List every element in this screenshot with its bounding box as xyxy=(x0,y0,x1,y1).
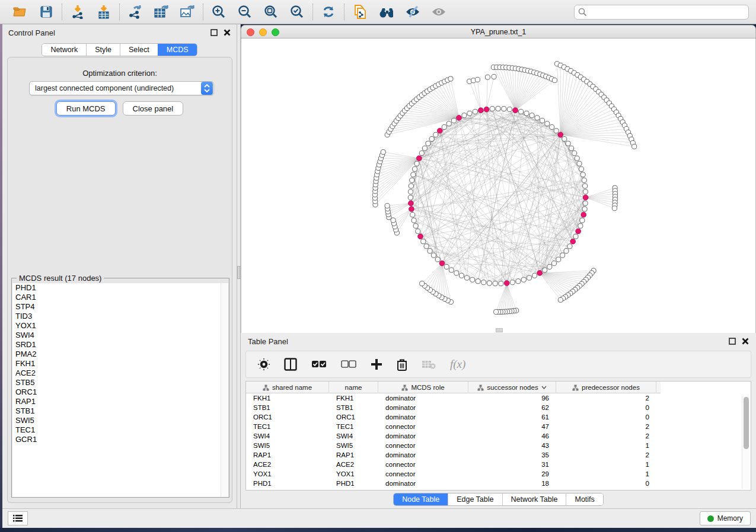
table-row[interactable]: ACE2ACE2connector311 xyxy=(246,460,751,469)
mcds-node-item[interactable]: GCR1 xyxy=(12,435,221,444)
table-row[interactable]: FKH1FKH1dominator962 xyxy=(246,393,751,403)
close-panel-button[interactable]: Close panel xyxy=(123,101,184,116)
table-row[interactable]: TEC1TEC1connector472 xyxy=(246,422,751,431)
task-history-button[interactable] xyxy=(8,511,28,525)
zoom-in-icon[interactable] xyxy=(212,5,226,19)
mcds-node-item[interactable]: ACE2 xyxy=(12,368,221,378)
clone-network-icon[interactable] xyxy=(353,5,367,19)
import-table-icon[interactable] xyxy=(97,5,111,19)
export-image-icon[interactable] xyxy=(180,5,194,19)
run-mcds-button[interactable]: Run MCDS xyxy=(56,101,116,116)
mcds-node-item[interactable]: RAP1 xyxy=(12,397,221,406)
cell-predecessor_nodes: 1 xyxy=(556,460,656,469)
cell-predecessor_nodes: 2 xyxy=(556,393,656,403)
column-header-shared-name[interactable]: shared name xyxy=(246,382,329,393)
delete-row-icon[interactable] xyxy=(397,358,407,371)
tab-network[interactable]: Network xyxy=(42,44,86,56)
table-row[interactable]: SWI5SWI5connector431 xyxy=(246,441,751,450)
column-header-name[interactable]: name xyxy=(329,382,378,393)
column-type-icon xyxy=(401,384,408,391)
list-icon xyxy=(12,514,23,523)
zoom-selected-icon[interactable] xyxy=(290,5,304,19)
mcds-node-item[interactable]: SRD1 xyxy=(12,340,221,350)
cell-name: PHD1 xyxy=(329,479,378,488)
find-binoculars-icon[interactable] xyxy=(379,5,393,19)
deselect-all-icon[interactable] xyxy=(341,360,356,368)
mcds-node-item[interactable]: PHD1 xyxy=(12,283,221,293)
mcds-node-item[interactable]: CAR1 xyxy=(12,293,221,302)
vertical-splitter-handle[interactable] xyxy=(237,266,240,279)
delete-table-icon xyxy=(422,360,436,369)
tab-node-table[interactable]: Node Table xyxy=(394,493,448,505)
mcds-node-item[interactable]: STB1 xyxy=(12,406,221,416)
tab-mcds[interactable]: MCDS xyxy=(158,44,197,56)
zoom-out-icon[interactable] xyxy=(238,5,252,19)
export-network-icon[interactable] xyxy=(128,5,142,19)
table-row[interactable]: PHD1PHD1dominator180 xyxy=(246,479,751,488)
column-type-icon xyxy=(263,384,269,391)
columns-icon[interactable] xyxy=(284,358,297,371)
network-window-titlebar[interactable]: YPA_prune.txt_1 xyxy=(241,25,756,39)
horizontal-splitter-handle[interactable] xyxy=(496,328,503,332)
tab-edge-table[interactable]: Edge Table xyxy=(448,493,502,505)
table-row[interactable]: SWI4SWI4dominator462 xyxy=(246,431,751,441)
settings-gear-icon[interactable] xyxy=(258,358,270,370)
control-panel-title: Control Panel xyxy=(8,28,55,37)
column-header-successor-nodes[interactable]: successor nodes xyxy=(468,382,556,393)
table-row[interactable]: ORC1ORC1dominator610 xyxy=(246,412,751,422)
mcds-node-item[interactable]: SWI4 xyxy=(12,331,221,340)
export-table-icon[interactable] xyxy=(154,5,168,19)
column-type-icon xyxy=(572,384,579,391)
mcds-node-item[interactable]: SWI5 xyxy=(12,416,221,425)
optimization-criterion-label: Optimization criterion: xyxy=(8,69,232,78)
tab-network-table[interactable]: Network Table xyxy=(502,493,566,505)
cell-shared_name: RAP1 xyxy=(246,450,329,460)
add-row-icon[interactable] xyxy=(371,358,382,370)
window-maximize-icon[interactable] xyxy=(272,28,279,36)
close-panel-icon[interactable] xyxy=(223,29,231,37)
save-session-icon[interactable] xyxy=(39,5,53,19)
table-row[interactable]: STB1STB1dominator620 xyxy=(246,403,751,412)
network-graph[interactable] xyxy=(241,39,756,333)
cell-mcds_role: dominator xyxy=(378,450,468,460)
search-input[interactable] xyxy=(574,5,749,20)
mcds-node-item[interactable]: ORC1 xyxy=(12,387,221,397)
cell-name: STB1 xyxy=(329,403,378,412)
close-table-panel-icon[interactable] xyxy=(741,338,749,345)
float-panel-icon[interactable] xyxy=(210,29,218,37)
refresh-network-icon[interactable] xyxy=(321,5,336,19)
table-scrollbar[interactable] xyxy=(742,396,749,489)
table-row[interactable]: RAP1RAP1dominator352 xyxy=(246,450,751,460)
mcds-node-item[interactable]: FKH1 xyxy=(12,359,221,368)
mcds-result-scrollbar[interactable] xyxy=(221,283,228,497)
mcds-node-item[interactable]: STB5 xyxy=(12,378,221,387)
mcds-node-item[interactable]: PMA2 xyxy=(12,350,221,359)
optimization-criterion-select[interactable]: largest connected component (undirected) xyxy=(29,81,214,95)
mcds-node-item[interactable]: TID3 xyxy=(12,312,221,321)
mcds-node-item[interactable]: YOX1 xyxy=(12,321,221,331)
cell-name: FKH1 xyxy=(329,393,378,403)
cell-predecessor_nodes: 2 xyxy=(556,422,656,431)
column-header-predecessor-nodes[interactable]: predecessor nodes xyxy=(556,382,656,393)
float-table-panel-icon[interactable] xyxy=(728,338,736,345)
table-row[interactable]: YOX1YOX1connector291 xyxy=(246,469,751,479)
memory-button[interactable]: Memory xyxy=(700,511,751,525)
window-minimize-icon[interactable] xyxy=(259,28,267,36)
import-network-icon[interactable] xyxy=(71,5,85,19)
open-file-icon[interactable] xyxy=(13,5,27,19)
select-all-checked-icon[interactable] xyxy=(311,360,327,368)
table-scrollbar-thumb[interactable] xyxy=(744,397,749,449)
sort-desc-icon xyxy=(541,386,547,389)
vertical-splitter[interactable] xyxy=(237,24,241,508)
mcds-result-title: MCDS result (17 nodes) xyxy=(17,274,104,283)
cell-shared_name: SWI4 xyxy=(246,431,329,441)
mcds-node-item[interactable]: STP4 xyxy=(12,302,221,312)
window-close-icon[interactable] xyxy=(247,28,254,36)
hide-details-icon[interactable] xyxy=(405,5,419,19)
tab-motifs[interactable]: Motifs xyxy=(566,493,602,505)
tab-style[interactable]: Style xyxy=(86,44,120,56)
column-header-mcds-role[interactable]: MCDS role xyxy=(378,382,468,393)
mcds-node-item[interactable]: TEC1 xyxy=(12,425,221,435)
zoom-fit-icon[interactable] xyxy=(264,5,278,19)
tab-select[interactable]: Select xyxy=(120,44,158,56)
